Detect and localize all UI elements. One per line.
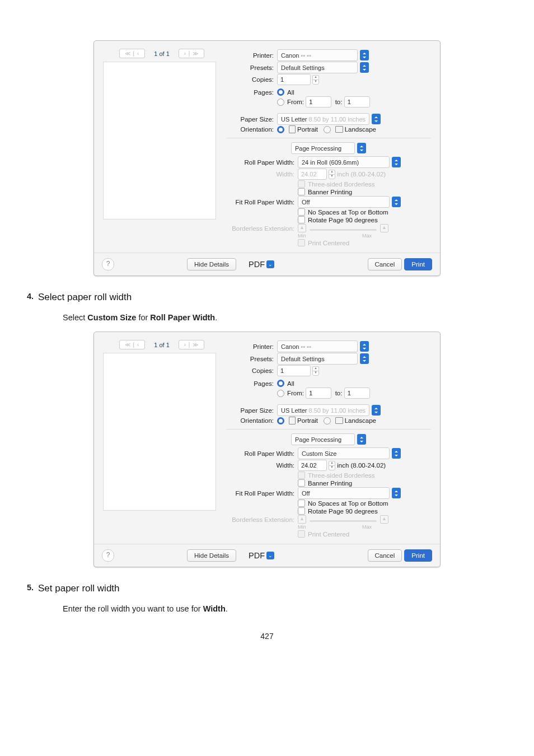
paper-size-select[interactable]: US Letter 8.50 by 11.00 inches [277, 404, 369, 416]
paper-size-label: Paper Size: [226, 116, 274, 123]
rotate-checkbox[interactable] [298, 216, 305, 223]
paper-size-select[interactable]: US Letter 8.50 by 11.00 inches [277, 113, 369, 125]
print-centered-checkbox [298, 530, 305, 538]
section-select[interactable]: Page Processing [291, 142, 355, 154]
portrait-icon [289, 417, 296, 424]
pages-all-label: All [287, 89, 294, 96]
width-stepper[interactable]: ▲▼ [329, 170, 335, 179]
landscape-radio[interactable] [324, 417, 331, 424]
dropdown-icon [360, 353, 369, 364]
banner-checkbox[interactable] [298, 479, 305, 487]
cancel-button[interactable]: Cancel [368, 258, 402, 270]
to-input[interactable]: 1 [344, 96, 370, 108]
landscape-radio[interactable] [324, 126, 331, 133]
portrait-label: Portrait [297, 126, 318, 133]
print-button[interactable]: Print [404, 258, 432, 270]
no-spaces-checkbox[interactable] [298, 208, 305, 216]
printer-select[interactable]: Canon ▪▪ ▪▪ [277, 49, 358, 61]
portrait-label: Portrait [297, 417, 318, 424]
portrait-radio[interactable] [277, 126, 284, 133]
banner-label: Banner Printing [308, 189, 352, 195]
roll-paper-width-select[interactable]: 24 in Roll (609.6mm) [298, 156, 390, 168]
pages-range-radio[interactable] [277, 390, 284, 397]
help-button[interactable]: ? [102, 549, 114, 562]
three-sided-checkbox [298, 180, 305, 188]
printer-select[interactable]: Canon ▪▪ ▪▪ [277, 340, 358, 352]
from-label: From: [287, 390, 304, 396]
copies-stepper[interactable]: ▲▼ [312, 75, 319, 85]
dropdown-icon [392, 157, 401, 167]
page-preview [103, 353, 216, 511]
cancel-button[interactable]: Cancel [368, 549, 402, 562]
no-spaces-label: No Spaces at Top or Bottom [308, 209, 388, 216]
copies-input[interactable]: 1 [277, 74, 311, 85]
fit-roll-width-label: Fit Roll Paper Width: [226, 199, 294, 206]
from-input[interactable]: 1 [306, 388, 331, 399]
pdf-menu[interactable]: PDF⌄ [249, 551, 274, 560]
width-stepper[interactable]: ▲▼ [329, 461, 335, 470]
dropdown-icon [372, 114, 381, 124]
next-page-button[interactable]: › | ≫ [179, 340, 204, 349]
pages-range-radio[interactable] [277, 99, 284, 106]
width-input[interactable]: 24.02 [298, 169, 327, 180]
next-page-button[interactable]: › | ≫ [179, 49, 204, 58]
dropdown-icon [392, 448, 401, 459]
roll-paper-width-select[interactable]: Custom Size [298, 447, 390, 459]
presets-select[interactable]: Default Settings [277, 62, 358, 73]
fit-roll-width-select[interactable]: Off [298, 487, 390, 499]
pdf-menu[interactable]: PDF⌄ [249, 260, 274, 269]
dropdown-icon [357, 434, 366, 445]
page-indicator: 1 of 1 [154, 342, 170, 348]
portrait-icon [289, 125, 296, 133]
prev-page-button[interactable]: ≪ | ‹ [119, 340, 145, 349]
banner-label: Banner Printing [308, 480, 352, 487]
presets-select[interactable]: Default Settings [277, 353, 358, 365]
print-button[interactable]: Print [404, 549, 432, 562]
three-sided-label: Three-sided Borderless [308, 472, 375, 479]
help-button[interactable]: ? [102, 258, 114, 270]
step-title: Select paper roll width [38, 292, 132, 303]
to-input[interactable]: 1 [344, 388, 370, 399]
print-centered-label: Print Centered [308, 531, 349, 538]
pages-all-radio[interactable] [277, 88, 284, 96]
rotate-checkbox[interactable] [298, 507, 305, 515]
presets-label: Presets: [226, 356, 274, 362]
copies-input[interactable]: 1 [277, 365, 311, 376]
fit-roll-width-label: Fit Roll Paper Width: [226, 490, 294, 497]
pages-all-radio[interactable] [277, 380, 284, 387]
width-unit: inch (8.00-24.02) [337, 462, 386, 469]
fit-roll-width-select[interactable]: Off [298, 196, 390, 208]
banner-checkbox[interactable] [298, 188, 305, 195]
portrait-radio[interactable] [277, 417, 284, 424]
print-dialog-figure-2: ≪ | ‹ 1 of 1 › | ≫ Printer: Canon ▪▪ ▪▪ … [93, 332, 441, 567]
landscape-label: Landscape [345, 126, 376, 133]
print-centered-checkbox [298, 239, 305, 246]
borderless-ext-label: Borderless Extension: [226, 516, 294, 523]
from-input[interactable]: 1 [306, 96, 331, 108]
width-input[interactable]: 24.02 [298, 460, 327, 471]
slider-min: Min [298, 524, 306, 530]
section-select[interactable]: Page Processing [291, 433, 355, 445]
copies-label: Copies: [226, 367, 274, 374]
hide-details-button[interactable]: Hide Details [187, 549, 236, 562]
step-title: Set paper roll width [38, 583, 120, 594]
hide-details-button[interactable]: Hide Details [187, 258, 236, 270]
no-spaces-checkbox[interactable] [298, 500, 305, 507]
page-preview [103, 62, 216, 220]
copies-stepper[interactable]: ▲▼ [312, 366, 319, 376]
dropdown-icon [392, 488, 401, 498]
to-label: to: [335, 390, 343, 396]
slider-handle-icon: ▲ [298, 515, 306, 524]
slider-handle-icon: ▲ [380, 515, 388, 524]
page-indicator: 1 of 1 [154, 50, 170, 57]
pages-all-label: All [287, 380, 294, 387]
prev-page-button[interactable]: ≪ | ‹ [119, 49, 145, 58]
slider-max: Max [362, 524, 372, 530]
slider-max: Max [362, 233, 372, 239]
dropdown-icon [357, 143, 366, 153]
presets-label: Presets: [226, 64, 274, 71]
step-body: Enter the roll width you want to use for… [63, 603, 488, 615]
pages-label: Pages: [226, 89, 274, 96]
rotate-label: Rotate Page 90 degrees [308, 217, 378, 223]
three-sided-checkbox [298, 472, 305, 479]
